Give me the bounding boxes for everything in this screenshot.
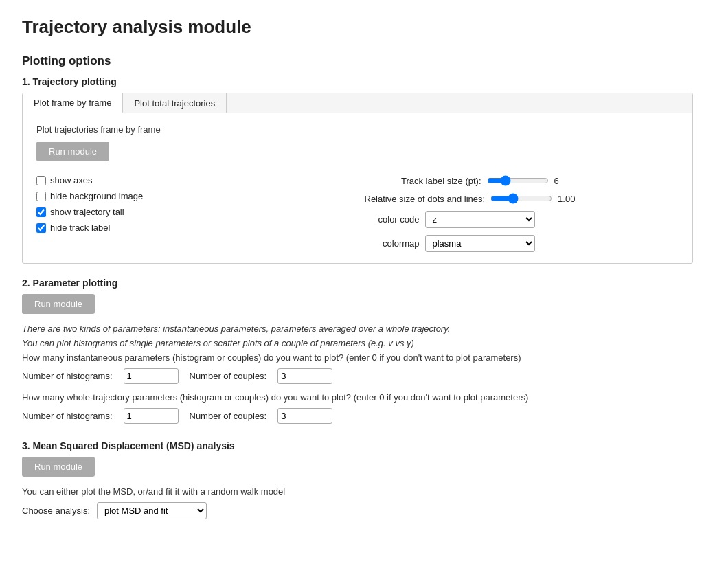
hide-track-label-row: hide track label (36, 223, 351, 233)
color-code-select[interactable]: z x y id speed (425, 211, 535, 228)
hide-background-checkbox[interactable] (36, 192, 46, 201)
section-parameter-plotting: 2. Parameter plotting Run module There a… (22, 278, 693, 424)
tab-header: Plot frame by frame Plot total trajector… (23, 93, 692, 113)
whole-histograms-input[interactable] (124, 408, 179, 424)
show-trajectory-tail-label: show trajectory tail (50, 207, 124, 217)
color-code-label: color code (365, 214, 420, 225)
show-trajectory-tail-checkbox[interactable] (36, 207, 46, 217)
whole-params-text: How many whole-trajectory parameters (hi… (22, 392, 693, 403)
run-module-button-1[interactable]: Run module (36, 142, 109, 161)
color-code-row: color code z x y id speed (365, 211, 679, 228)
section-trajectory-plotting: 1. Trajectory plotting Plot frame by fra… (22, 76, 693, 264)
instant-inputs-row: Number of histograms: Number of couples: (22, 368, 693, 384)
choose-analysis-row: Choose analysis: plot MSD and fit plot M… (22, 502, 693, 519)
track-label-size-row: Track label size (pt): 6 (365, 175, 679, 186)
page-title: Trajectory analysis module (22, 16, 693, 38)
show-axes-row: show axes (36, 175, 351, 185)
instant-couples-input[interactable] (277, 368, 332, 384)
trajectory-tab-container: Plot frame by frame Plot total trajector… (22, 93, 693, 264)
section1-label: 1. Trajectory plotting (22, 76, 693, 87)
whole-couples-input[interactable] (277, 408, 332, 424)
relative-size-row: Relative size of dots and lines: 1.00 (365, 193, 679, 204)
right-options: Track label size (pt): 6 Relative size o… (365, 175, 679, 252)
hide-background-label: hide background image (50, 191, 143, 201)
hide-track-label-checkbox[interactable] (36, 223, 46, 233)
colormap-select[interactable]: plasma viridis inferno magma jet (425, 235, 535, 252)
show-trajectory-tail-row: show trajectory tail (36, 207, 351, 217)
run-module-button-2[interactable]: Run module (22, 294, 95, 314)
tab1-description: Plot trajectories frame by frame (36, 124, 679, 135)
plotting-options-heading: Plotting options (22, 54, 693, 68)
show-axes-label: show axes (50, 175, 92, 185)
choose-analysis-label: Choose analysis: (22, 506, 90, 516)
msd-description: You can either plot the MSD, or/and fit … (22, 486, 693, 497)
left-options: show axes hide background image show tra… (36, 175, 351, 252)
relative-size-label: Relative size of dots and lines: (365, 194, 486, 204)
colormap-row: colormap plasma viridis inferno magma je… (365, 235, 679, 252)
run-module-button-3[interactable]: Run module (22, 457, 95, 477)
section3-label: 3. Mean Squared Displacement (MSD) analy… (22, 440, 693, 451)
whole-histograms-label: Number of histograms: (22, 411, 113, 421)
track-label-size-value: 6 (554, 176, 578, 186)
track-label-size-slider[interactable] (487, 175, 549, 186)
options-grid: show axes hide background image show tra… (36, 175, 679, 252)
relative-size-slider[interactable] (490, 193, 552, 204)
section2-label: 2. Parameter plotting (22, 278, 693, 289)
hide-track-label-label: hide track label (50, 223, 110, 233)
show-axes-checkbox[interactable] (36, 176, 46, 185)
choose-analysis-select[interactable]: plot MSD and fit plot MSD only fit only (97, 502, 207, 519)
relative-size-value: 1.00 (558, 194, 582, 204)
instant-couples-label: Number of couples: (190, 371, 267, 381)
whole-couples-label: Number of couples: (190, 411, 267, 421)
param-italic-text2: You can plot histograms of single parame… (22, 338, 693, 348)
colormap-label: colormap (365, 238, 420, 249)
instant-histograms-label: Number of histograms: (22, 371, 113, 381)
section-msd-analysis: 3. Mean Squared Displacement (MSD) analy… (22, 440, 693, 519)
param-italic-text1: There are two kinds of parameters: insta… (22, 324, 693, 334)
whole-inputs-row: Number of histograms: Number of couples: (22, 408, 693, 424)
hide-background-row: hide background image (36, 191, 351, 201)
instant-params-text: How many instantaneous parameters (histo… (22, 352, 693, 363)
tab-content-frame-by-frame: Plot trajectories frame by frame Run mod… (23, 113, 692, 263)
track-label-size-label: Track label size (pt): (365, 176, 481, 186)
tab-frame-by-frame[interactable]: Plot frame by frame (23, 93, 123, 113)
tab-total-trajectories[interactable]: Plot total trajectories (123, 93, 227, 113)
instant-histograms-input[interactable] (124, 368, 179, 384)
